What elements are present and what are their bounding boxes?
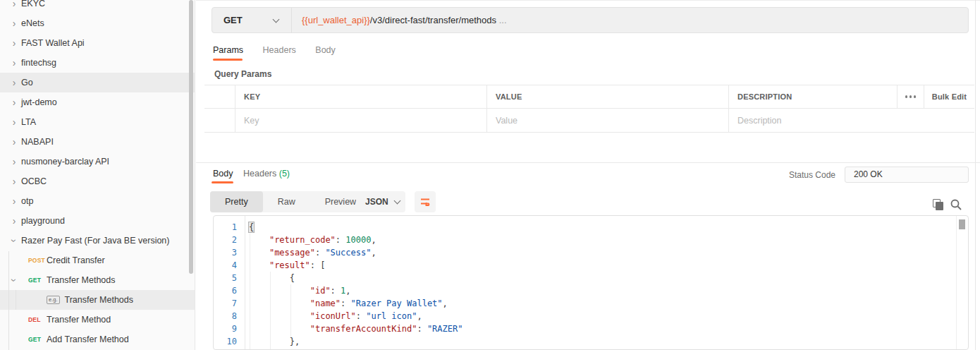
request-response-divider: [196, 162, 980, 163]
request-url-bar[interactable]: GET {{url_wallet_api}}/v3/direct-fast/tr…: [212, 7, 969, 33]
sidebar-item-fast-wallet-api[interactable]: ›FAST Wallet Api: [0, 33, 195, 53]
sidebar-item-playground[interactable]: ›playground: [0, 211, 195, 231]
request-url[interactable]: {{url_wallet_api}}/v3/direct-fast/transf…: [302, 15, 507, 25]
sidebar-item-label: NABAPI: [21, 137, 54, 147]
line-number: 8: [214, 310, 245, 322]
query-params-table: KEY VALUE DESCRIPTION Bulk Edit: [204, 85, 974, 133]
copy-response-button[interactable]: [931, 198, 944, 211]
active-tab-underline: [213, 59, 243, 61]
line-number: 5: [214, 272, 245, 284]
sidebar-item-nabapi[interactable]: ›NABAPI: [0, 132, 195, 152]
code-line: 8 "iconUrl": "url icon",: [214, 310, 968, 322]
row-handle-column: [204, 85, 235, 108]
sidebar-scrollbar[interactable]: [189, 0, 193, 274]
chevron-down-icon: ›: [9, 234, 19, 248]
sidebar-item-label: otp: [21, 196, 33, 206]
collections-sidebar: ›EKYC›eNets›FAST Wallet Api›fintechsg›Go…: [0, 0, 195, 350]
method-label: DEL: [28, 316, 47, 323]
sidebar-item-transfer-method[interactable]: DELTransfer Method: [0, 310, 195, 330]
sidebar-item-label: Transfer Method: [47, 315, 111, 325]
chevron-down-icon: [393, 198, 400, 205]
tab-body[interactable]: Body: [315, 45, 336, 55]
line-number: 4: [214, 259, 245, 272]
request-tabs: Params Headers Body: [213, 45, 353, 55]
sidebar-item-label: eNets: [21, 18, 44, 28]
code-line: 5 {: [214, 272, 968, 284]
method-label: GET: [28, 277, 47, 284]
sidebar-item-ekyc[interactable]: ›EKYC: [0, 0, 195, 13]
headers-count-badge: (5): [279, 169, 290, 179]
chevron-right-icon: ›: [7, 18, 21, 28]
chevron-right-icon: ›: [7, 0, 21, 8]
response-body-editor[interactable]: 1{2 "return_code": 10000,3 "message": "S…: [213, 215, 969, 350]
tab-params[interactable]: Params: [213, 45, 243, 55]
code-line: 2 "return_code": 10000,: [214, 234, 968, 246]
sidebar-item-jwt-demo[interactable]: ›jwt-demo: [0, 92, 195, 112]
description-input[interactable]: [737, 116, 974, 126]
status-code-value[interactable]: 200 OK: [845, 167, 969, 183]
line-number: 10: [214, 335, 245, 348]
sidebar-item-add-transfer-method[interactable]: GETAdd Transfer Method: [0, 330, 195, 349]
view-mode-pretty[interactable]: Pretty: [210, 191, 263, 212]
chevron-down-icon: ›: [9, 272, 19, 289]
sidebar-item-transfer-methods[interactable]: ›GETTransfer Methods: [0, 270, 195, 290]
sidebar-item-otp[interactable]: ›otp: [0, 191, 195, 211]
key-column-header: KEY: [235, 85, 486, 108]
value-input[interactable]: [496, 116, 728, 126]
format-value: JSON: [365, 197, 388, 207]
chevron-right-icon: ›: [7, 196, 21, 206]
sidebar-item-label: FAST Wallet Api: [21, 38, 85, 48]
sidebar-item-label: jwt-demo: [21, 97, 57, 107]
value-column-header: VALUE: [486, 85, 728, 108]
response-tab-headers[interactable]: Headers (5): [243, 169, 290, 179]
view-mode-segmented-control: Pretty Raw Preview: [210, 191, 371, 212]
tab-headers[interactable]: Headers: [263, 45, 296, 55]
code-lines: 1{2 "return_code": 10000,3 "message": "S…: [214, 221, 968, 348]
sidebar-item-fintechsg[interactable]: ›fintechsg: [0, 53, 195, 73]
table-row: [204, 109, 974, 132]
right-pane-divider: [975, 0, 976, 350]
sidebar-item-label: LTA: [21, 117, 36, 127]
sidebar-item-razer-pay-fast-for-java-be-version-[interactable]: ›Razer Pay Fast (For Java BE version): [0, 231, 195, 251]
sidebar-item-label: Add Transfer Method: [47, 334, 129, 344]
sidebar-item-lta[interactable]: ›LTA: [0, 112, 195, 132]
view-mode-raw[interactable]: Raw: [263, 191, 310, 212]
bulk-edit-button[interactable]: Bulk Edit: [924, 85, 974, 108]
url-variable: {{url_wallet_api}}: [302, 15, 370, 25]
status-code-label: Status Code: [789, 170, 835, 180]
key-input[interactable]: [244, 116, 486, 126]
example-icon: e.g.: [47, 296, 60, 304]
chevron-right-icon: ›: [7, 117, 21, 127]
wrap-lines-button[interactable]: [415, 191, 436, 212]
chevron-right-icon: ›: [7, 157, 21, 167]
sidebar-item-label: Credit Transfer: [47, 255, 105, 265]
sidebar-item-label: fintechsg: [21, 58, 56, 68]
sidebar-item-go[interactable]: ›Go: [0, 73, 195, 92]
chevron-right-icon: ›: [7, 216, 21, 226]
description-column-header: DESCRIPTION: [728, 85, 897, 108]
query-params-label: Query Params: [214, 69, 271, 79]
response-tab-body[interactable]: Body: [213, 169, 233, 179]
url-ellipsis: ...: [496, 15, 506, 25]
method-label: GET: [28, 336, 47, 343]
format-dropdown[interactable]: JSON: [356, 191, 405, 212]
method-value: GET: [223, 15, 274, 25]
response-headers-label: Headers: [243, 169, 276, 179]
search-icon: [950, 198, 962, 211]
column-options-button[interactable]: [897, 85, 924, 108]
sidebar-item-nusmoney-barclay-api[interactable]: ›nusmoney-barclay API: [0, 152, 195, 171]
chevron-right-icon: ›: [7, 137, 21, 147]
sidebar-item-transfer-methods[interactable]: e.g.Transfer Methods: [0, 290, 195, 310]
line-number: 6: [214, 284, 245, 297]
row-handle[interactable]: [204, 109, 235, 132]
sidebar-item-label: Transfer Methods: [47, 275, 116, 285]
sidebar-item-label: playground: [21, 216, 65, 226]
chevron-right-icon: ›: [7, 38, 21, 48]
sidebar-item-credit-transfer[interactable]: POSTCredit Transfer: [0, 251, 195, 270]
search-response-button[interactable]: [950, 198, 962, 211]
method-selector[interactable]: GET: [212, 15, 291, 25]
sidebar-item-ocbc[interactable]: ›OCBC: [0, 171, 195, 191]
table-header-row: KEY VALUE DESCRIPTION Bulk Edit: [204, 85, 974, 109]
code-scrollbar-thumb[interactable]: [959, 219, 965, 229]
sidebar-item-enets[interactable]: ›eNets: [0, 13, 195, 33]
